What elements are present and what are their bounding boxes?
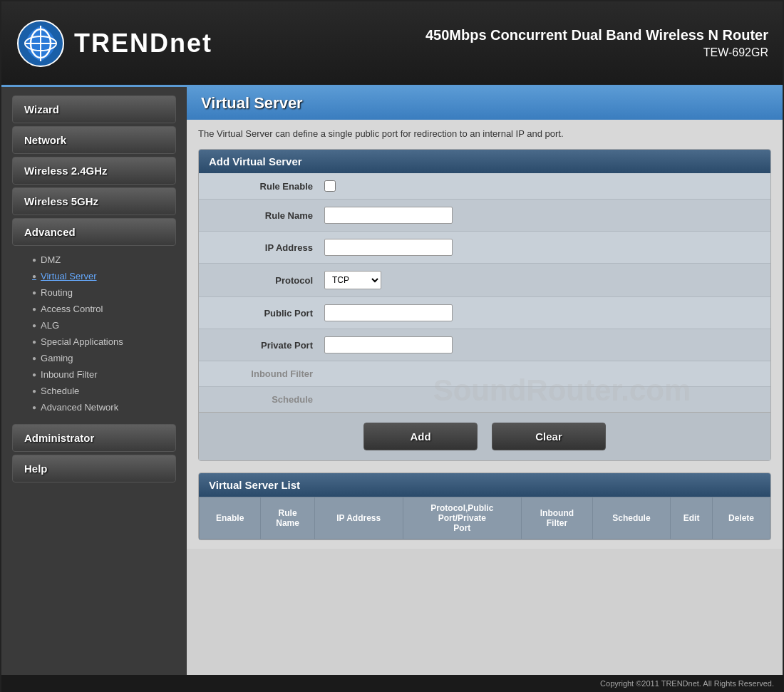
sidebar-wizard-btn[interactable]: Wizard [12,95,176,123]
clear-button[interactable]: Clear [492,423,606,450]
sidebar-item-gaming-label: Gaming [41,353,73,363]
add-button[interactable]: Add [363,423,478,450]
sidebar-item-schedule[interactable]: ● Schedule [26,383,176,399]
schedule-row: Schedule [199,387,770,412]
sidebar-item-access-control-label: Access Control [41,304,103,314]
bullet-an: ● [32,403,36,411]
public-port-row: Public Port [199,297,770,329]
bullet-alg: ● [32,321,36,329]
copyright-text: Copyright ©2011 TRENDnet. All Rights Res… [600,679,774,688]
bullet-gaming: ● [32,354,36,362]
sidebar-item-special-apps-label: Special Applications [41,336,123,347]
trendnet-logo-icon [16,19,66,68]
sidebar-item-alg[interactable]: ● ALG [26,317,176,334]
private-port-label: Private Port [210,340,324,351]
protocol-row: Protocol TCP UDP Both [199,264,770,297]
ip-address-input[interactable] [324,239,453,256]
content-area: SoundRouter.com Virtual Server The Virtu… [187,87,783,692]
bullet-routing: ● [32,289,36,296]
rule-enable-checkbox[interactable] [324,180,336,192]
header-product: 450Mbps Concurrent Dual Band Wireless N … [212,27,768,59]
sidebar-administrator-btn[interactable]: Administrator [12,424,176,452]
sidebar-item-dmz[interactable]: ● DMZ [26,252,176,268]
product-name: 450Mbps Concurrent Dual Band Wireless N … [212,27,768,43]
sidebar-item-virtual-server[interactable]: ● Virtual Server [26,268,176,284]
protocol-label: Protocol [210,275,324,286]
public-port-label: Public Port [210,308,324,319]
col-ip-address: IP Address [314,497,403,539]
inbound-filter-row: Inbound Filter [199,361,770,387]
content-header: Virtual Server [187,87,783,120]
sidebar-network-btn[interactable]: Network [12,126,176,154]
logo-text: TRENDnet [74,29,212,58]
col-rule-name: RuleName [261,497,314,539]
col-inbound-filter: InboundFilter [522,497,593,539]
rule-enable-label: Rule Enable [210,181,324,192]
add-panel-header: Add Virtual Server [199,150,770,173]
private-port-input[interactable] [324,336,453,353]
inbound-filter-label: Inbound Filter [210,368,324,379]
logo-area: TRENDnet [16,19,212,68]
rule-name-input[interactable] [324,207,453,224]
sidebar-wireless24-btn[interactable]: Wireless 2.4GHz [12,157,176,185]
sidebar: Wizard Network Wireless 2.4GHz Wireless … [1,87,187,692]
schedule-label: Schedule [210,394,324,405]
page-description: The Virtual Server can define a single p… [198,128,771,139]
bullet-sched: ● [32,387,36,395]
add-panel-body: Rule Enable Rule Name IP Address [199,173,770,412]
sidebar-item-routing-label: Routing [41,287,73,298]
bullet-if: ● [32,371,36,378]
bullet-ac: ● [32,305,36,313]
sidebar-item-advanced-network-label: Advanced Network [41,402,118,413]
ip-address-label: IP Address [210,242,324,253]
col-protocol-port: Protocol,PublicPort/PrivatePort [403,497,522,539]
form-btn-row: Add Clear [199,412,770,460]
sidebar-help-btn[interactable]: Help [12,455,176,482]
col-enable: Enable [200,497,261,539]
sidebar-wireless5-btn[interactable]: Wireless 5GHz [12,187,176,215]
virtual-server-table: Enable RuleName IP Address Protocol,Publ… [199,497,770,539]
sidebar-item-dmz-label: DMZ [41,254,61,265]
rule-name-row: Rule Name [199,200,770,232]
col-delete: Delete [713,497,770,539]
protocol-select[interactable]: TCP UDP Both [324,271,381,289]
header: TRENDnet 450Mbps Concurrent Dual Band Wi… [1,1,783,87]
content-body: The Virtual Server can define a single p… [187,120,783,549]
sidebar-item-special-apps[interactable]: ● Special Applications [26,334,176,350]
bullet-sa: ● [32,338,36,346]
bullet-vs: ● [32,272,36,280]
page-title: Virtual Server [201,94,768,113]
sidebar-item-alg-label: ALG [41,320,59,331]
rule-enable-row: Rule Enable [199,173,770,200]
sidebar-item-inbound-filter[interactable]: ● Inbound Filter [26,366,176,383]
sidebar-item-inbound-filter-label: Inbound Filter [41,369,98,380]
sidebar-advanced-header[interactable]: Advanced [12,218,176,246]
add-virtual-server-panel: Add Virtual Server Rule Enable Rule Name [198,149,771,461]
public-port-input[interactable] [324,304,453,321]
sidebar-item-gaming[interactable]: ● Gaming [26,350,176,366]
virtual-server-list-panel: Virtual Server List Enable RuleName IP A… [198,472,771,540]
sidebar-item-virtual-server-label: Virtual Server [41,271,97,282]
model-number: TEW-692GR [212,46,768,59]
bullet-dmz: ● [32,256,36,264]
col-schedule: Schedule [592,497,670,539]
sidebar-item-routing[interactable]: ● Routing [26,284,176,301]
private-port-row: Private Port [199,329,770,361]
sidebar-item-advanced-network[interactable]: ● Advanced Network [26,399,176,415]
sidebar-item-schedule-label: Schedule [41,386,79,396]
rule-name-label: Rule Name [210,210,324,221]
sidebar-item-access-control[interactable]: ● Access Control [26,301,176,317]
sidebar-advanced-submenu: ● DMZ ● Virtual Server ● Routing ● Acces… [12,249,176,418]
footer: Copyright ©2011 TRENDnet. All Rights Res… [1,675,784,692]
list-panel-header: Virtual Server List [199,473,770,497]
ip-address-row: IP Address [199,232,770,264]
col-edit: Edit [671,497,713,539]
